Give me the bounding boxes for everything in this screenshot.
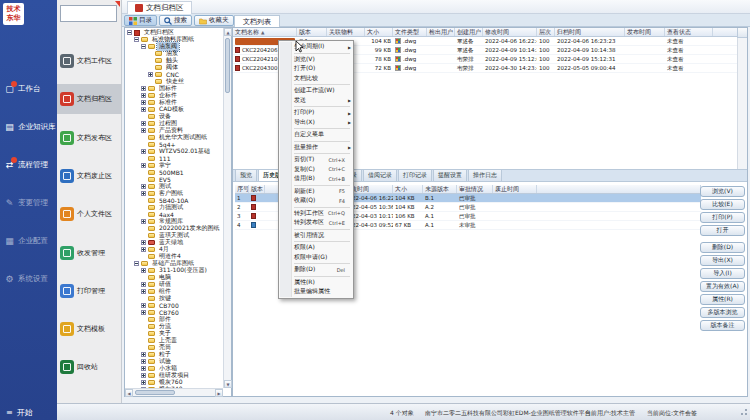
module-item-doc-template[interactable]: 文档模板	[57, 314, 121, 344]
expand-icon[interactable]	[141, 219, 146, 224]
module-item-recycle-bin[interactable]: 回收站	[57, 352, 121, 382]
expand-icon[interactable]	[141, 240, 146, 245]
expand-icon[interactable]	[141, 128, 146, 133]
column-header[interactable]: 发布时间	[625, 28, 665, 36]
menu-item[interactable]: 借用(B)Ctrl+B	[280, 174, 352, 184]
expand-icon[interactable]	[148, 72, 153, 77]
module-item-doc-publish[interactable]: 文档发布区	[57, 123, 121, 153]
module-item-doc-archive[interactable]: 文档归档区	[57, 84, 121, 114]
expand-icon[interactable]	[141, 149, 146, 154]
sidebar-item-change-mgmt[interactable]: ✎变更管理	[0, 192, 57, 214]
menu-item[interactable]: 权限申请(G)	[280, 253, 352, 263]
column-header[interactable]: 层次	[537, 28, 555, 36]
sidebar-item-process-mgmt[interactable]: ⇄流程管理	[0, 154, 57, 176]
toolbar-button-search[interactable]: 搜索	[159, 15, 192, 26]
tree-node[interactable]: CB760	[126, 309, 223, 316]
open-button[interactable]: 打开	[700, 225, 745, 236]
module-item-doc-obsolete[interactable]: 文档废止区	[57, 161, 121, 191]
tab-doc-list[interactable]: 文档列表	[234, 15, 280, 27]
menu-item[interactable]: 收藏(Q)F4	[280, 196, 352, 206]
expand-icon[interactable]	[141, 310, 146, 315]
menu-item[interactable]: 权限(A)	[280, 243, 352, 253]
collapse-icon[interactable]	[127, 30, 132, 35]
menu-item[interactable]: 自定义菜单	[280, 130, 352, 140]
menu-item[interactable]: 转到发布区Ctrl+E	[280, 218, 352, 228]
tree-node[interactable]: WTZV502.01基础	[126, 148, 223, 155]
tree-node[interactable]: CB700	[126, 302, 223, 309]
expand-icon[interactable]	[141, 359, 146, 364]
menu-item[interactable]: 转到工作区Ctrl+Q	[280, 209, 352, 219]
export-button[interactable]: 导出(X)	[700, 255, 745, 266]
tree-node[interactable]: 电脑	[126, 274, 223, 281]
toolbar-button-directory[interactable]: 目录	[124, 15, 157, 26]
tree-node[interactable]: 掌宁	[126, 162, 223, 169]
detail-tab-7[interactable]: 操作日志	[468, 169, 502, 181]
expand-icon[interactable]	[141, 100, 146, 105]
column-header[interactable]: 文件类型	[393, 28, 427, 36]
collapse-icon[interactable]	[141, 44, 146, 49]
tree-node[interactable]: 蓝天绿地	[126, 239, 223, 246]
module-item-personal-files[interactable]: 个人文件区	[57, 199, 121, 229]
menu-item[interactable]: 属性(R)	[280, 278, 352, 288]
expand-icon[interactable]	[141, 121, 146, 126]
expand-icon[interactable]	[141, 247, 146, 252]
menu-item[interactable]: 刷新(E)F5	[280, 187, 352, 197]
compare-button[interactable]: 比较(E)	[700, 199, 745, 210]
tree-node[interactable]: 111	[126, 155, 223, 162]
column-header[interactable]: 大小	[365, 28, 393, 36]
scroll-thumb[interactable]	[225, 38, 230, 93]
expand-icon[interactable]	[141, 366, 146, 371]
menu-item[interactable]: 打开(O)	[280, 64, 352, 74]
expand-icon[interactable]	[141, 380, 146, 385]
tree-node[interactable]: 客户图纸	[126, 190, 223, 197]
scroll-left-icon[interactable]: ◀	[125, 389, 133, 397]
column-header[interactable]: 版本	[297, 28, 327, 36]
column-options-button[interactable]	[737, 28, 747, 38]
multi-version-view-button[interactable]: 多版本浏览	[700, 307, 745, 318]
sidebar-item-workbench[interactable]: ▢工作台	[0, 78, 57, 100]
menu-item[interactable]: 批量编辑属性	[280, 287, 352, 297]
column-header[interactable]: 序号	[235, 185, 249, 193]
module-item-send-receive[interactable]: 收发管理	[57, 238, 121, 268]
scroll-down-icon[interactable]: ▼	[224, 380, 232, 388]
collapse-icon[interactable]	[134, 261, 139, 266]
expand-icon[interactable]	[141, 93, 146, 98]
column-header[interactable]: 审批情况	[457, 185, 493, 193]
column-header[interactable]: 归档时间	[555, 28, 625, 36]
detail-tab-0[interactable]: 预览	[235, 169, 257, 181]
tree-node[interactable]: 按键	[126, 295, 223, 302]
tab-doc-archive[interactable]: 文档归档区	[127, 1, 192, 14]
collapse-icon[interactable]	[134, 37, 139, 42]
detail-tab-6[interactable]: 提醒设置	[433, 169, 467, 181]
tree-node[interactable]: 500MB1	[126, 169, 223, 176]
menu-item[interactable]: 打印(P)▶	[280, 108, 352, 118]
properties-button[interactable]: 属性(R)	[700, 294, 745, 305]
column-header[interactable]: 修改时间	[483, 28, 537, 36]
tree-horizontal-scrollbar[interactable]: ◀ ▶	[125, 388, 223, 396]
tree-node[interactable]: 力德测试	[126, 204, 223, 211]
column-header[interactable]: 关联物料	[327, 28, 365, 36]
module-item-print-mgmt[interactable]: 打印管理	[57, 276, 121, 306]
expand-icon[interactable]	[141, 184, 146, 189]
menu-item[interactable]: 批量操作▶	[280, 143, 352, 153]
expand-icon[interactable]	[141, 282, 146, 287]
tree-node[interactable]: 分流	[126, 323, 223, 330]
sidebar-item-enterprise-config[interactable]: ▦企业配置	[0, 230, 57, 252]
menu-item[interactable]: 导出(X)▶	[280, 118, 352, 128]
menu-item[interactable]: 浏览(V)	[280, 55, 352, 65]
menu-item[interactable]: 文档比较	[280, 74, 352, 84]
module-item-doc-workspace[interactable]: 文档工作区	[57, 46, 121, 76]
menu-item[interactable]: 被引用情况	[280, 231, 352, 241]
module-search-input[interactable]	[60, 5, 117, 22]
column-header[interactable]: 版本	[249, 185, 265, 193]
column-header[interactable]: 废止时间	[493, 185, 537, 193]
tree-node[interactable]: 上壳盖	[126, 337, 223, 344]
menu-item[interactable]: 创建工作流(W)	[280, 86, 352, 96]
expand-icon[interactable]	[141, 268, 146, 273]
resize-grip-icon[interactable]	[738, 408, 748, 418]
tree-node[interactable]: 壳筒	[126, 344, 223, 351]
tree-node[interactable]: 组件	[126, 288, 223, 295]
scroll-thumb[interactable]	[135, 390, 175, 395]
detail-tab-5[interactable]: 打印记录	[398, 169, 432, 181]
menu-item[interactable]: 删除(D)Del	[280, 265, 352, 275]
